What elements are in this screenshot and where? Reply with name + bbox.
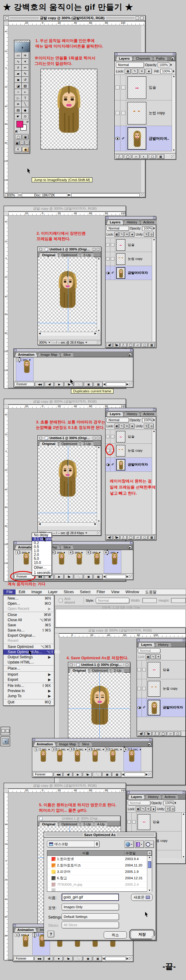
tab-channels[interactable]: Channels — [133, 56, 153, 61]
collapse-box-icon[interactable] — [136, 16, 139, 20]
canvas[interactable] — [38, 446, 97, 523]
menu-slices[interactable]: Slices — [61, 590, 77, 594]
loop-select[interactable]: Forever — [33, 772, 53, 777]
type-tool-icon[interactable]: T — [22, 95, 29, 101]
tab-history[interactable]: History — [123, 220, 140, 224]
menu-select[interactable]: Select — [77, 590, 94, 594]
opacity-field[interactable]: 100% — [142, 226, 152, 231]
prev-frame-button[interactable]: ◀‖ — [106, 343, 113, 347]
tab-original[interactable]: Original — [39, 253, 58, 258]
tab-slice[interactable]: Slice — [60, 352, 74, 357]
menu-item-import[interactable]: Import▶ — [3, 672, 54, 677]
menu-item-file-info[interactable]: File Info…⇧⌘K — [3, 683, 54, 689]
lock-transparency-icon[interactable]: ▦ — [125, 69, 131, 74]
eye-icon[interactable] — [115, 137, 120, 140]
lock-pixels-icon[interactable]: ✎ — [120, 232, 124, 237]
prev-frame-button[interactable]: ◀‖ — [45, 382, 54, 387]
height-field[interactable] — [171, 598, 186, 603]
layer-set-button[interactable]: ▱ — [135, 343, 141, 347]
sort-order-button[interactable]: ≐ — [147, 851, 152, 856]
lock-position-icon[interactable]: ✛ — [139, 69, 145, 74]
format-select[interactable]: Images Only — [62, 904, 119, 910]
menu-item-quit[interactable]: Quit⌘Q — [3, 700, 54, 705]
menu-view[interactable]: View — [108, 590, 123, 594]
layer-mask-button[interactable]: ◯ — [124, 154, 131, 159]
h-scrollbar[interactable]: ◀▶ — [38, 332, 97, 336]
crop-tool-icon[interactable]: # — [14, 65, 22, 71]
play-button[interactable]: ▶ — [55, 382, 64, 387]
zoom-tool-icon[interactable]: ⊙ — [22, 113, 29, 119]
palette-menu-icon[interactable]: ▶ — [171, 57, 175, 60]
lock-pixels-icon[interactable]: ✎ — [132, 69, 138, 74]
jump-to-photoshop-button[interactable]: ◑ — [2, 738, 9, 745]
layer-row-girl[interactable]: ✐ 금발머리여자 — [106, 458, 152, 472]
eraser-tool-icon[interactable]: ◪ — [14, 83, 22, 89]
close-box-icon[interactable] — [5, 16, 9, 20]
standard-mode-button[interactable]: ◯ — [15, 135, 22, 139]
lock-all-icon[interactable]: ◈ — [130, 232, 135, 237]
palette-scrollbar[interactable]: ▲▼ — [172, 75, 176, 151]
doc-rate[interactable]: -- / -- sec @ 28.8 Kbps — [53, 341, 84, 344]
menu-window[interactable]: Window — [122, 590, 142, 594]
palette-titlebar[interactable] — [115, 52, 176, 56]
default-colors-icon[interactable]: ◩ — [15, 130, 18, 133]
frame-6[interactable]: 6∞ 0.5 sec. ▾ — [124, 748, 141, 771]
frame-1[interactable]: 1∞ 1 sec. ▾ — [34, 748, 51, 771]
tab-paths[interactable]: Paths — [153, 56, 168, 61]
doc-zoom-select[interactable]: 300% — [39, 341, 47, 344]
swap-colors-icon[interactable]: ⇄ — [26, 120, 29, 123]
lock-all-icon[interactable]: ◈ — [146, 69, 152, 74]
recent-button[interactable] — [145, 841, 154, 848]
menu-item-save[interactable]: Save⌘S — [3, 623, 54, 628]
antialias-checkbox[interactable] — [59, 599, 63, 602]
location-select[interactable]: 데스크탑 — [47, 841, 99, 847]
dodge-tool-icon[interactable]: ◐ — [22, 89, 29, 95]
layer-row-lips[interactable]: 입술 — [106, 238, 152, 252]
menu-item-save-optimized-as[interactable]: Save Optimized As…⌥⇧⌘S — [3, 649, 54, 655]
menu-item-save-as[interactable]: Save As…⇧⌘S — [3, 628, 54, 633]
delete-frame-button[interactable]: ▦ — [94, 382, 103, 387]
tab-2up[interactable]: 2-Up — [80, 253, 94, 258]
frame-3[interactable]: 3∞ 0.1 sec. ▾ — [69, 748, 87, 771]
tab-animation[interactable]: Animation — [15, 352, 37, 357]
layer-row-lips[interactable]: 입술 — [106, 430, 152, 444]
status-arrow-icon[interactable]: ▶ — [68, 194, 70, 196]
toolbox-logo[interactable]: ◑ — [14, 42, 30, 52]
tween-button[interactable]: ⋱ — [74, 382, 83, 387]
opacity-field[interactable]: 100% — [158, 62, 169, 67]
file-row[interactable]: 1.토마토넷2003.9.4 — [47, 856, 147, 862]
menu-layer[interactable]: Layer — [45, 590, 60, 594]
tab-layers[interactable]: Layers — [107, 220, 123, 224]
frame-1[interactable]: 11 sec. ▾ — [16, 550, 33, 573]
menu-file[interactable]: File — [3, 590, 16, 594]
layer-mask-button[interactable]: ◯ — [127, 343, 134, 347]
menu-item-close[interactable]: Close⌘W — [3, 612, 54, 617]
frame-2[interactable]: 2∞ 0.1 sec. ▾ — [52, 748, 69, 771]
gradient-tool-icon[interactable]: ▧ — [22, 83, 29, 89]
frame-3[interactable]: 31 sec. ▾ — [51, 550, 68, 573]
file-row[interactable]: 7f783006_m.jpg2005.2.4 — [47, 881, 147, 888]
menu-item-export[interactable]: Export▶ — [3, 677, 54, 682]
resize-grip[interactable] — [141, 193, 144, 197]
column-name[interactable]: 이름 — [47, 851, 124, 856]
menu-item-export-original[interactable]: Export Original… — [3, 633, 54, 638]
fill-field[interactable]: 100% — [160, 69, 172, 74]
frame-1[interactable]: 11 sec. ▾ — [15, 933, 32, 956]
duplicate-frame-button[interactable]: ▣ — [84, 382, 93, 387]
menu-item-close-all[interactable]: Close All⌥⌘W — [3, 617, 54, 623]
delete-layer-button[interactable]: ▦ — [157, 154, 164, 159]
tab-actions[interactable]: Actions — [140, 220, 157, 224]
jump-to-imageready-button[interactable]: ◉ — [22, 147, 29, 152]
marquee-tool-icon[interactable]: ▭ — [14, 52, 22, 59]
screen-mode-2-button[interactable]: ▢ — [20, 141, 24, 145]
frame-6[interactable]: 61 sec. ▾ — [104, 550, 121, 573]
tab-layers[interactable]: Layers — [116, 56, 133, 61]
link-checkbox[interactable] — [121, 86, 125, 89]
notes-tool-icon[interactable]: ▤ — [14, 107, 22, 113]
history-brush-tool-icon[interactable]: ↺ — [22, 77, 29, 83]
visibility-checkbox[interactable] — [115, 86, 120, 89]
menu-image[interactable]: Image — [28, 590, 45, 594]
cancel-button[interactable]: 취소 — [104, 931, 127, 939]
menu-item-save-optimized[interactable]: Save Optimized⌥⌘S — [3, 644, 54, 649]
palette-menu-icon[interactable]: ▶ — [128, 353, 132, 357]
